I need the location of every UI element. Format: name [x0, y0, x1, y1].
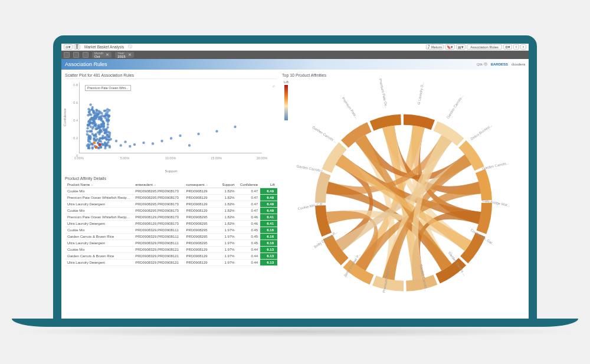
svg-point-41 — [107, 123, 109, 126]
table-row[interactable]: Garden Carrots & Brown RicePRD0908329,PR… — [65, 234, 277, 240]
step-back-button[interactable] — [64, 52, 70, 58]
sheet-name-dropdown[interactable]: Association Rules — [467, 44, 502, 50]
table-row[interactable]: Ultra Laundry DetergentPRD0908329,PRD090… — [65, 260, 277, 266]
svg-point-80 — [97, 118, 100, 120]
svg-point-184 — [87, 124, 89, 127]
svg-point-98 — [86, 127, 88, 129]
column-header[interactable]: Product Name⌕ — [65, 182, 133, 188]
svg-point-242 — [215, 130, 218, 132]
table-row[interactable]: Cookie MixPRD0908329,PRD0908121PRD090812… — [65, 247, 277, 253]
svg-point-179 — [100, 140, 102, 142]
table-row[interactable]: Premium Pate Ocean Whitefish Recipe Cat … — [65, 214, 277, 221]
sheet-dropdown[interactable]: ▤▾ — [456, 44, 466, 50]
table-row[interactable]: Ultra Laundry DetergentPRD0908295,PRD090… — [65, 201, 277, 208]
svg-point-183 — [100, 119, 103, 122]
bookmark-button[interactable]: 🔖▾ — [445, 44, 455, 50]
clear-selections-button[interactable] — [83, 52, 88, 58]
svg-point-152 — [106, 118, 109, 120]
affinity-table[interactable]: Product Name⌕antecedent⌕consequent⌕Suppo… — [65, 182, 277, 266]
svg-point-67 — [86, 130, 88, 132]
prev-sheet-button[interactable]: ‹ — [513, 44, 519, 50]
scatter-plot-area[interactable]: Premium Pate Ocean Whit... ⌕ Confidence … — [65, 78, 277, 173]
svg-point-203 — [92, 110, 94, 113]
step-forward-button[interactable] — [73, 52, 79, 58]
column-header[interactable]: Support — [218, 182, 237, 188]
column-header[interactable]: antecedent⌕ — [133, 182, 183, 188]
search-icon[interactable]: ⌕ — [153, 183, 156, 186]
y-ticks: 0.80.60.40.20 — [68, 81, 78, 153]
scatter-points[interactable] — [80, 83, 263, 153]
svg-point-230 — [124, 140, 126, 143]
table-title: Product Affinity Details — [65, 175, 277, 182]
laptop-base — [12, 319, 578, 327]
toolbar: ⊚▾ ≣ Market Basket Analysis ⓘ ⤴ Return 🔖… — [61, 44, 529, 51]
svg-point-236 — [129, 145, 131, 147]
svg-point-38 — [106, 126, 109, 129]
column-header[interactable]: Lift — [260, 182, 277, 188]
svg-point-225 — [88, 140, 91, 143]
search-icon[interactable]: ⌕ — [205, 183, 208, 186]
svg-point-190 — [107, 141, 109, 143]
zoom-icon[interactable]: ⌕ — [273, 84, 275, 88]
qlik-label: Qlik Ⓠ — [477, 62, 487, 67]
table-row[interactable]: Garden Carrots & Brown RicePRD0908329,PR… — [65, 253, 277, 260]
svg-point-224 — [110, 138, 112, 140]
next-sheet-button[interactable]: › — [520, 44, 526, 50]
table-body[interactable]: Cookie MixPRD0908295,PRD0908173PRD090812… — [65, 188, 277, 266]
table-row[interactable]: Cookie MixPRD0908329,PRD0908111PRD090829… — [65, 227, 277, 234]
search-icon[interactable]: ⌕ — [90, 183, 93, 186]
y-axis-label: Confidence — [63, 108, 67, 126]
list-view-button[interactable]: ≣ — [74, 44, 80, 50]
options-button[interactable]: ⚙▾ — [503, 44, 512, 50]
svg-point-232 — [99, 146, 101, 148]
global-menu-button[interactable]: ⊚▾ — [64, 44, 73, 50]
svg-point-222 — [101, 137, 104, 139]
svg-point-192 — [97, 110, 100, 112]
svg-point-209 — [93, 119, 96, 121]
filter-year[interactable]: Year2015 ✕ — [115, 52, 133, 58]
scatter-panel[interactable]: Scatter Plot for 481 Association Rules P… — [65, 72, 277, 173]
svg-point-212 — [92, 126, 94, 128]
content-area: Scatter Plot for 481 Association Rules P… — [61, 70, 529, 319]
scatter-plot[interactable] — [79, 83, 262, 153]
svg-point-214 — [88, 130, 91, 132]
svg-point-239 — [170, 137, 172, 139]
svg-point-213 — [96, 127, 98, 130]
svg-point-150 — [109, 134, 111, 136]
close-icon[interactable]: ✕ — [106, 53, 109, 57]
svg-point-220 — [106, 133, 108, 136]
chord-svg[interactable] — [303, 102, 504, 303]
page-title: Association Rules — [65, 61, 107, 67]
table-row[interactable]: Cookie MixPRD0908295,PRD0908173PRD090812… — [65, 188, 277, 195]
svg-point-167 — [107, 115, 110, 117]
x-axis-label: Support — [165, 169, 177, 173]
svg-point-219 — [95, 135, 97, 137]
svg-point-234 — [133, 143, 136, 146]
return-button[interactable]: ⤴ Return — [426, 44, 444, 50]
table-row[interactable]: Ultra Laundry DetergentPRD0908129,PRD090… — [65, 221, 277, 227]
column-header[interactable]: consequent⌕ — [184, 182, 218, 188]
svg-point-243 — [234, 126, 236, 128]
svg-point-237 — [152, 142, 154, 145]
svg-point-238 — [160, 140, 163, 142]
svg-point-185 — [91, 147, 94, 149]
svg-point-241 — [197, 133, 199, 135]
svg-point-76 — [101, 135, 104, 137]
svg-point-191 — [104, 114, 107, 116]
close-icon[interactable]: ✕ — [128, 53, 132, 57]
column-header[interactable]: Confidence — [237, 182, 261, 188]
table-row[interactable]: Premium Pate Ocean Whitefish Recipe Cat … — [65, 195, 277, 201]
svg-point-205 — [88, 113, 91, 116]
info-icon[interactable]: ⓘ — [128, 44, 132, 50]
svg-point-211 — [100, 123, 103, 125]
left-column: Scatter Plot for 481 Association Rules P… — [65, 72, 277, 319]
svg-point-196 — [105, 136, 107, 139]
bardess-logo: BARDESS — [491, 63, 508, 66]
table-row[interactable]: Cookie MixPRD0908295,PRD0908173PRD090812… — [65, 208, 277, 214]
table-row[interactable]: Ultra Laundry DetergentPRD0908329,PRD090… — [65, 240, 277, 247]
filter-month[interactable]: MonthOct ✕ — [92, 52, 112, 58]
chord-diagram[interactable]: G Laundry D...Garden Carrots...Detox Boo… — [282, 78, 525, 319]
svg-point-245 — [94, 146, 97, 149]
table-panel[interactable]: Product Affinity Details Product Name⌕an… — [65, 175, 277, 319]
svg-point-176 — [96, 116, 99, 118]
